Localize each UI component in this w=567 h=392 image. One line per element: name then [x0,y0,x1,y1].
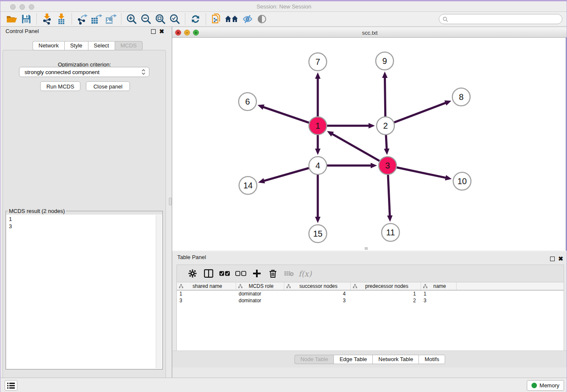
tab-node-table[interactable]: Node Table [295,355,334,364]
tab-edge-table[interactable]: Edge Table [333,355,372,364]
result-item: 1 [9,215,160,223]
panel-splitter[interactable] [168,27,172,378]
edge-2-3[interactable] [386,135,387,150]
task-history-button[interactable] [5,380,17,391]
tab-select[interactable]: Select [88,41,115,50]
search-input[interactable] [450,16,559,22]
run-mcds-button[interactable]: Run MCDS [40,81,80,91]
result-scrollbar[interactable] [156,215,162,368]
delete-column-icon[interactable] [281,267,297,280]
split-columns-icon[interactable] [201,267,217,280]
edge-2-8[interactable] [394,102,447,122]
close-table-panel-icon[interactable]: ✖ [558,256,563,262]
first-neighbors-icon[interactable] [223,13,240,25]
zoom-selected-icon[interactable] [168,13,182,25]
control-panel-tabs: Network Style Select MCDS [33,41,143,50]
column-header-predecessor-nodes[interactable]: predecessor nodes [351,282,421,290]
zoom-fit-icon[interactable] [153,13,168,25]
minimize-network-icon[interactable]: − [184,30,190,36]
edge-3-1[interactable] [331,133,380,161]
hide-details-icon[interactable] [240,13,255,25]
edge-arrow-icon [382,72,388,78]
minimize-window-icon[interactable] [19,4,25,10]
optimization-criterion-select[interactable]: strongly connected component [19,67,149,77]
import-network-icon[interactable] [40,13,54,25]
zoom-in-icon[interactable] [124,13,139,25]
tab-mcds[interactable]: MCDS [115,41,143,50]
tab-network-table[interactable]: Network Table [372,355,418,364]
show-details-icon[interactable] [255,13,269,25]
mcds-result-list[interactable]: 1 3 [6,215,162,369]
edge-arrow-icon [315,72,321,79]
unselect-all-columns-icon[interactable] [233,267,249,280]
select-all-columns-icon[interactable] [217,267,233,280]
network-scrollbar-thumb[interactable] [365,247,368,250]
gear-icon[interactable] [184,267,201,280]
edge-3-11[interactable] [388,175,390,217]
network-canvas[interactable]: 7968124314101511 [172,38,567,251]
column-header-shared-name[interactable]: shared name [177,282,236,290]
table-panel-tabs: Node Table Edge Table Network Table Moti… [172,351,567,367]
close-panel-icon[interactable]: ✖ [159,28,164,34]
edge-arrow-icon [258,178,265,184]
table-panel-title: Table Panel [177,254,206,260]
zoom-window-icon[interactable] [29,4,34,10]
titlebar: Session: New Session [0,1,567,12]
close-panel-button[interactable]: Close panel [86,81,130,91]
application-window: Session: New Session [0,0,567,392]
column-header-MCDS-role[interactable]: MCDS role [236,282,284,290]
graph-node-label: 1 [315,121,320,130]
table-row[interactable]: 3dominator323 [177,297,564,304]
table-cell: 4 [284,290,351,297]
mcds-result-legend: MCDS result (2 nodes) [8,208,66,214]
refresh-icon[interactable] [188,13,203,25]
tab-motifs[interactable]: Motifs [418,355,445,364]
edge-arrow-icon [444,100,451,105]
table-body: 1dominator4113dominator323 [177,290,564,304]
toolbar-separator [121,14,121,25]
add-icon[interactable] [249,267,265,280]
delete-icon[interactable] [265,267,281,280]
open-session-icon[interactable] [5,13,19,25]
tab-style[interactable]: Style [64,41,88,50]
search-field [439,14,562,24]
column-tree-icon [353,284,357,288]
export-network-icon[interactable] [75,13,89,25]
column-header-name[interactable]: name [421,282,457,290]
memory-button[interactable]: Memory [527,380,564,391]
edge-arrow-icon [315,217,321,223]
window-title: Session: New Session [0,1,567,12]
edge-arrow-icon [384,149,389,155]
node-table: shared nameMCDS rolesuccessor nodesprede… [176,282,564,358]
save-session-icon[interactable] [19,13,33,25]
result-item: 3 [9,223,160,230]
zoom-out-icon[interactable] [139,13,153,25]
table-header-row: shared nameMCDS rolesuccessor nodesprede… [177,282,564,290]
edge-1-6[interactable] [262,107,309,123]
tab-network[interactable]: Network [33,41,64,50]
export-table-icon[interactable] [89,13,104,25]
column-header-label: predecessor nodes [357,283,421,289]
close-network-icon[interactable]: ✕ [175,30,181,36]
edge-3-10[interactable] [397,168,447,178]
zoom-network-icon[interactable]: + [193,30,199,36]
edge-2-9[interactable] [385,77,385,116]
edge-4-14[interactable] [263,168,309,181]
import-table-icon[interactable] [54,13,69,25]
new-network-from-file-icon[interactable] [209,13,223,25]
float-table-panel-icon[interactable] [550,257,555,261]
column-tree-icon [179,284,183,288]
network-canvas-right-edge [566,38,567,251]
column-header-successor-nodes[interactable]: successor nodes [284,282,351,290]
table-row[interactable]: 1dominator411 [177,290,564,297]
export-image-icon[interactable] [104,13,118,25]
close-window-icon[interactable] [10,4,16,10]
function-builder-icon: f(x) [297,267,313,280]
main-toolbar [0,12,567,27]
table-cell: 1 [177,290,236,297]
graph-node-label: 4 [315,161,320,170]
splitter-handle[interactable] [169,198,172,205]
float-panel-icon[interactable] [151,29,156,34]
column-tree-icon [238,284,242,288]
graph-node-label: 11 [386,228,395,237]
